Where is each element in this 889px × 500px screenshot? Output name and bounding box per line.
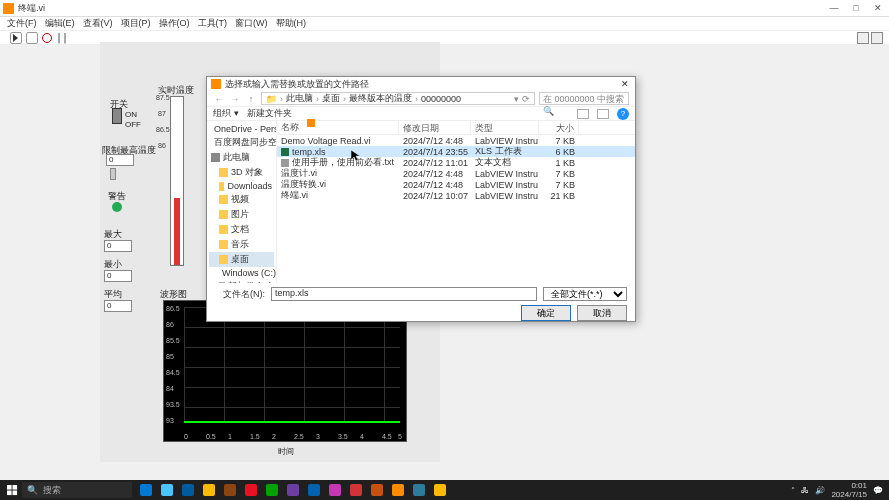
titlebar: 终端.vi — □ ✕ xyxy=(0,0,889,17)
tree-item[interactable]: 新加卷 (D:) xyxy=(209,279,274,283)
filter-select[interactable]: 全部文件(*.*) xyxy=(543,287,627,301)
taskbar-app[interactable] xyxy=(283,480,303,500)
minimize-button[interactable]: — xyxy=(823,0,845,16)
menu-edit[interactable]: 编辑(E) xyxy=(41,17,79,30)
crumb-item[interactable]: 桌面 xyxy=(322,92,340,105)
limit-slider[interactable] xyxy=(110,168,116,180)
taskbar-app[interactable] xyxy=(136,480,156,500)
header-name[interactable]: 名称 xyxy=(277,121,399,134)
ok-button[interactable]: 确定 xyxy=(521,305,571,321)
crumb-item[interactable]: 此电脑 xyxy=(286,92,313,105)
taskbar-app[interactable] xyxy=(367,480,387,500)
thermo-tick: 86 xyxy=(158,142,166,149)
graph-ytick: 93.5 xyxy=(166,401,180,408)
nav-up-button[interactable]: ↑ xyxy=(245,94,257,104)
header-date[interactable]: 修改日期 xyxy=(399,121,471,134)
taskbar-app[interactable] xyxy=(199,480,219,500)
menu-help[interactable]: 帮助(H) xyxy=(272,17,311,30)
taskbar-app[interactable] xyxy=(346,480,366,500)
graph-xtick: 2 xyxy=(272,433,276,440)
thermometer xyxy=(170,96,184,266)
tray-network-icon[interactable]: 🖧 xyxy=(801,486,809,495)
refresh-icon[interactable]: ⟳ xyxy=(522,94,530,104)
search-icon: 🔍 xyxy=(27,485,38,495)
file-row[interactable]: 终端.vi2024/7/12 10:07LabVIEW Instru…21 KB xyxy=(277,190,635,201)
close-button[interactable]: ✕ xyxy=(867,0,889,16)
tray-volume-icon[interactable]: 🔊 xyxy=(815,486,825,495)
tree-item[interactable]: 文档 xyxy=(209,222,274,237)
taskbar-app[interactable] xyxy=(325,480,345,500)
new-folder-button[interactable]: 新建文件夹 xyxy=(247,107,292,120)
menu-tools[interactable]: 工具(T) xyxy=(194,17,232,30)
abort-button[interactable] xyxy=(42,33,52,43)
preview-button[interactable] xyxy=(597,109,609,119)
tree-item[interactable]: 图片 xyxy=(209,207,274,222)
folder-tree: OneDrive - Pers…百度网盘同步空间此电脑3D 对象Download… xyxy=(207,121,277,283)
taskbar-app[interactable] xyxy=(388,480,408,500)
tray-chevron-icon[interactable]: ˄ xyxy=(791,486,795,495)
tree-item[interactable]: 音乐 xyxy=(209,237,274,252)
pause-button[interactable]: || xyxy=(56,32,68,43)
graph-xtick: 1 xyxy=(228,433,232,440)
tree-item[interactable]: OneDrive - Pers… xyxy=(209,123,274,135)
crumb-item[interactable]: 00000000 xyxy=(421,94,461,104)
tree-item[interactable]: Downloads xyxy=(209,180,274,192)
limit-input[interactable]: 0 xyxy=(106,154,134,166)
graph-xtick: 1.5 xyxy=(250,433,260,440)
run-button[interactable] xyxy=(10,32,22,44)
notification-icon[interactable]: 💬 xyxy=(873,486,883,495)
thermo-tick: 86.5 xyxy=(156,126,170,133)
taskbar-app[interactable] xyxy=(241,480,261,500)
taskbar-app[interactable] xyxy=(178,480,198,500)
nav-back-button[interactable]: ← xyxy=(213,94,225,104)
view-mode-button[interactable] xyxy=(577,109,589,119)
taskbar-app[interactable] xyxy=(157,480,177,500)
avg-value: 0 xyxy=(104,300,132,312)
system-tray: ˄ 🖧 🔊 0:01 2024/7/15 💬 xyxy=(791,481,887,499)
header-type[interactable]: 类型 xyxy=(471,121,539,134)
clock[interactable]: 0:01 2024/7/15 xyxy=(831,481,867,499)
svg-rect-1 xyxy=(12,485,17,490)
taskbar: 🔍 搜索 ˄ 🖧 🔊 0:01 2024/7/15 💬 xyxy=(0,480,889,500)
start-button[interactable] xyxy=(2,480,22,500)
tree-item[interactable]: 此电脑 xyxy=(209,150,274,165)
organize-button[interactable]: 组织 ▾ xyxy=(213,107,239,120)
tree-item[interactable]: 百度网盘同步空间 xyxy=(209,135,274,150)
tree-item[interactable]: 桌面 xyxy=(209,252,274,267)
file-row[interactable]: Demo Voltage Read.vi2024/7/12 4:48LabVIE… xyxy=(277,135,635,146)
taskbar-search[interactable]: 🔍 搜索 xyxy=(22,482,132,498)
svg-rect-3 xyxy=(12,490,17,495)
menu-window[interactable]: 窗口(W) xyxy=(231,17,272,30)
maximize-button[interactable]: □ xyxy=(845,0,867,16)
crumb-item[interactable]: 最终版本的温度 xyxy=(349,92,412,105)
menu-file[interactable]: 文件(F) xyxy=(3,17,41,30)
folder-icon: 📁 xyxy=(266,94,277,104)
search-input[interactable]: 在 00000000 中搜索 🔍 xyxy=(539,92,629,105)
breadcrumb[interactable]: 📁› 此电脑› 桌面› 最终版本的温度› 00000000 ▾ ⟳ xyxy=(261,92,535,105)
graph-xtick: 4 xyxy=(360,433,364,440)
cancel-button[interactable]: 取消 xyxy=(577,305,627,321)
menu-operate[interactable]: 操作(O) xyxy=(155,17,194,30)
power-switch[interactable] xyxy=(108,108,126,132)
menu-view[interactable]: 查看(V) xyxy=(79,17,117,30)
tree-item[interactable]: Windows (C:) xyxy=(209,267,274,279)
tree-item[interactable]: 视频 xyxy=(209,192,274,207)
filename-label: 文件名(N): xyxy=(215,288,265,301)
filename-input[interactable]: temp.xls xyxy=(271,287,537,301)
tree-item[interactable]: 3D 对象 xyxy=(209,165,274,180)
menu-project[interactable]: 项目(P) xyxy=(117,17,155,30)
taskbar-app[interactable] xyxy=(430,480,450,500)
nav-forward-button[interactable]: → xyxy=(229,94,241,104)
svg-rect-2 xyxy=(7,490,12,495)
crumb-dropdown-icon[interactable]: ▾ xyxy=(514,94,519,104)
header-size[interactable]: 大小 xyxy=(539,121,579,134)
help-button[interactable]: ? xyxy=(617,108,629,120)
taskbar-app[interactable] xyxy=(409,480,429,500)
taskbar-app[interactable] xyxy=(304,480,324,500)
taskbar-app[interactable] xyxy=(262,480,282,500)
run-continuous-button[interactable] xyxy=(26,32,38,44)
search-placeholder: 搜索 xyxy=(43,484,61,497)
taskbar-app[interactable] xyxy=(220,480,240,500)
dialog-close-button[interactable]: ✕ xyxy=(619,79,631,89)
switch-off: OFF xyxy=(125,120,141,129)
